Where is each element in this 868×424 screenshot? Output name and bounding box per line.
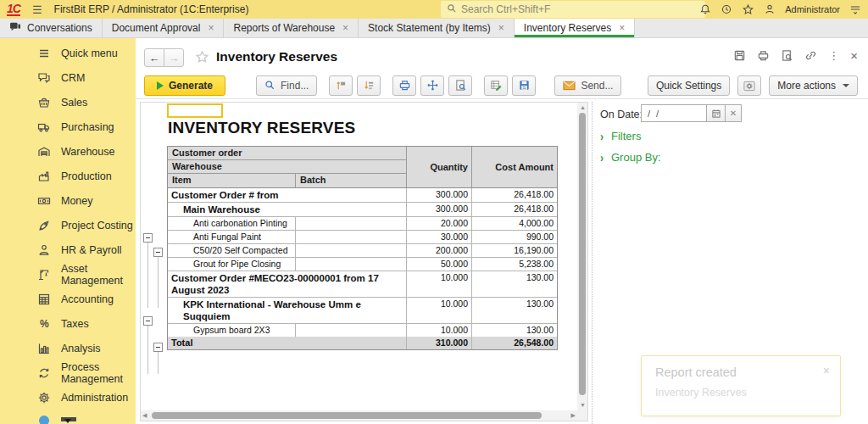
collapse-group-button[interactable] [143, 316, 153, 326]
favorite-star-icon[interactable] [195, 50, 209, 67]
sidebar-item-label: CRM [61, 72, 85, 84]
more-actions-button[interactable]: More actions [769, 75, 858, 96]
calendar-icon[interactable] [707, 104, 726, 122]
history-icon[interactable] [721, 3, 732, 15]
table-row[interactable]: C50/20 Self Compacted200.00016,190.00 [168, 244, 557, 258]
table-row[interactable]: Anti Fungal Paint30.000990.00 [168, 231, 557, 244]
sidebar-item-project-costing[interactable]: Project Costing [0, 213, 136, 237]
quantity-cell: 30.000 [407, 231, 472, 243]
find-button[interactable]: Find... [256, 75, 317, 96]
collapse-group-button[interactable] [153, 343, 163, 352]
report-spreadsheet[interactable]: INVENTORY RESERVES Customer order Wareho… [140, 102, 588, 421]
table-row[interactable]: Customer Order #MECO23-00000001 from 17 … [168, 271, 557, 298]
selected-cell[interactable] [167, 103, 223, 118]
send-button[interactable]: Send... [554, 75, 621, 96]
tree-connector-line [147, 267, 148, 281]
tab-reports-of-warehouse[interactable]: Reports of Warehouse× [224, 19, 359, 37]
close-icon[interactable]: × [850, 48, 858, 63]
fit-page-button[interactable] [420, 75, 444, 96]
tab-close-icon[interactable]: × [498, 22, 504, 34]
sidebar-item-analysis[interactable]: Analysis [0, 336, 136, 360]
total-row[interactable]: Total 310.000 26,548.00 [168, 337, 557, 349]
favorites-star-icon[interactable] [742, 3, 754, 16]
vertical-scrollbar[interactable]: ▲ ▼ [577, 103, 587, 410]
sidebar-item-asset-management[interactable]: Asset Management [0, 262, 136, 287]
main-menu-icon[interactable]: ☰ [32, 3, 42, 16]
sidebar-item-administration[interactable]: Administration [0, 385, 136, 410]
sidebar-item-purchasing[interactable]: Purchasing [0, 114, 136, 139]
tab-document-approval[interactable]: Document Approval× [103, 19, 225, 37]
sidebar-item-production[interactable]: Production [0, 164, 136, 188]
print-icon[interactable] [757, 49, 770, 62]
dropdown-caret-icon [843, 84, 849, 87]
collapse-group-button[interactable] [153, 248, 163, 257]
sidebar-item-quick-menu[interactable]: Quick menu [0, 41, 136, 65]
tab-inventory-reserves[interactable]: Inventory Reserves× [515, 19, 635, 37]
rocket-icon [37, 219, 51, 232]
table-row[interactable]: Grout for Pipe Closing50.0005,238.00 [168, 258, 557, 271]
save-icon[interactable] [733, 49, 746, 62]
table-row[interactable]: Gypsum board 2X310.000130.00 [168, 324, 557, 337]
sidebar-item-hr-payroll[interactable]: HR & Payroll [0, 237, 136, 262]
envelope-icon [563, 81, 576, 91]
sidebar-item-warehouse[interactable]: Warehouse [0, 139, 136, 164]
batch-cell [296, 244, 407, 257]
print-report-button[interactable] [392, 75, 416, 96]
print-preview-button[interactable] [448, 75, 472, 96]
notification-title: Report created [655, 365, 737, 379]
table-row[interactable]: Customer Order # from300.00026,418.00 [168, 188, 557, 203]
tab-stock-statement-by-items[interactable]: Stock Statement (by Items)× [359, 19, 515, 37]
global-search-input[interactable]: Search Ctrl+Shift+F [441, 1, 705, 18]
warehouse-icon [37, 145, 51, 159]
sidebar-item-sales[interactable]: Sales [0, 90, 136, 114]
table-row[interactable]: Anti carbonation Pinting20.0004,000.00 [168, 217, 557, 231]
sidebar-item-crm[interactable]: CRM [0, 65, 136, 90]
quantity-cell: 10.000 [407, 324, 472, 337]
current-user-label[interactable]: Administrator [785, 4, 840, 14]
preview-icon[interactable] [781, 49, 793, 62]
table-row[interactable]: Main Warehouse300.00026,418.00 [168, 203, 557, 217]
sidebar-item-money[interactable]: Money [0, 188, 136, 213]
tab-close-icon[interactable]: × [208, 22, 214, 34]
get-link-icon[interactable] [804, 49, 817, 62]
percent-icon: % [37, 317, 51, 331]
more-menu-icon[interactable]: ⋮ [828, 49, 839, 62]
sidebar-item-taxes[interactable]: %Taxes [0, 311, 136, 336]
filters-toggle[interactable]: › Filters [600, 130, 641, 142]
sidebar-item-process-management[interactable]: Process Management [0, 360, 136, 385]
table-row[interactable]: KPK International - Warehouse Umm e Suqq… [168, 298, 557, 324]
generate-button[interactable]: Generate [144, 75, 225, 96]
horizontal-scrollbar[interactable]: ◀ ▶ [141, 410, 577, 421]
forward-button[interactable]: → [164, 48, 184, 67]
tab-close-icon[interactable]: × [342, 22, 348, 34]
group-by-toggle[interactable]: › Group By: [600, 151, 661, 164]
expand-groups-button[interactable] [357, 75, 381, 96]
topbar: 1C ☰ FirstBit ERP / Administrator (1C:En… [0, 0, 868, 19]
on-date-input[interactable]: / / [641, 104, 707, 122]
quick-settings-button[interactable]: Quick Settings [648, 75, 730, 96]
horizontal-scroll-thumb[interactable] [152, 412, 542, 419]
cycle-icon [37, 366, 51, 380]
collapse-group-button[interactable] [143, 233, 153, 243]
user-icon[interactable] [764, 3, 776, 15]
cost-amount-cell: 16,190.00 [472, 244, 557, 257]
vertical-scroll-thumb[interactable] [579, 113, 586, 395]
notifications-bell-icon[interactable] [699, 3, 711, 15]
edit-spreadsheet-button[interactable] [484, 75, 508, 96]
service-menu-icon[interactable] [849, 4, 861, 14]
tab-close-icon[interactable]: × [619, 22, 625, 34]
report-settings-button[interactable] [737, 75, 761, 96]
sidebar-item-label: Sales [61, 97, 87, 109]
sidebar-scroll-down-icon[interactable] [64, 419, 71, 423]
back-button[interactable]: ← [144, 48, 164, 67]
collapse-groups-button[interactable] [329, 75, 353, 96]
notification-close-icon[interactable]: × [823, 364, 830, 377]
notification-toast[interactable]: Report created × Inventory Reserves [641, 355, 841, 416]
sidebar-item-accounting[interactable]: Accounting [0, 287, 136, 311]
clear-date-icon[interactable]: ✕ [726, 104, 742, 122]
group-by-label: Group By: [611, 151, 661, 164]
tab-conversations[interactable]: Conversations [0, 19, 103, 37]
banknote-icon [37, 194, 51, 208]
search-icon [264, 80, 275, 91]
save-report-button[interactable] [512, 75, 536, 96]
